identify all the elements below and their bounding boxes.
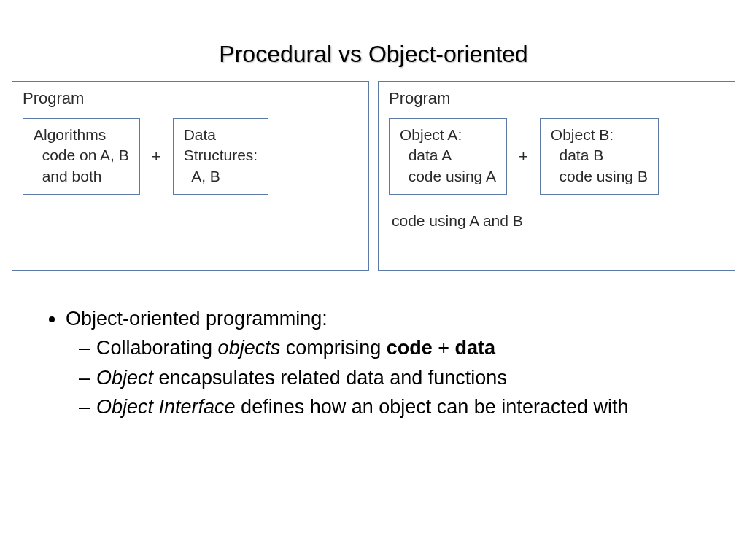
slide-title: Procedural vs Object-oriented	[0, 0, 747, 81]
text: comprising	[280, 337, 387, 359]
list-item: Object encapsulates related data and fun…	[96, 365, 711, 391]
plus-symbol: +	[514, 147, 533, 166]
list-item: Collaborating objects comprising code + …	[96, 335, 711, 361]
plus-symbol: +	[147, 147, 166, 166]
text: encapsulates related data and functions	[153, 367, 507, 389]
text: +	[433, 337, 455, 359]
list-item: Object-oriented programming: Collaborati…	[66, 306, 711, 421]
object-a-box: Object A: data A code using A	[389, 118, 507, 195]
panel-label: Program	[389, 89, 724, 108]
bullet-top-text: Object-oriented programming:	[66, 308, 328, 330]
text: defines how an object can be interacted …	[236, 396, 629, 418]
data-structures-box: Data Structures: A, B	[173, 118, 269, 195]
text-italic: Object Interface	[96, 396, 236, 418]
text-bold: data	[455, 337, 496, 359]
panel-inner-row: Algorithms code on A, B and both + Data …	[23, 118, 358, 195]
oo-panel: Program Object A: data A code using A + …	[378, 81, 735, 271]
text-italic: objects	[218, 337, 281, 359]
panel-footer-text: code using A and B	[392, 212, 724, 230]
text: Collaborating	[96, 337, 218, 359]
text-italic: Object	[96, 367, 153, 389]
bullet-list: Object-oriented programming: Collaborati…	[0, 271, 747, 421]
panel-label: Program	[23, 89, 358, 108]
list-item: Object Interface defines how an object c…	[96, 394, 711, 420]
procedural-panel: Program Algorithms code on A, B and both…	[12, 81, 369, 271]
algorithms-box: Algorithms code on A, B and both	[23, 118, 140, 195]
text-bold: code	[387, 337, 433, 359]
diagram-row: Program Algorithms code on A, B and both…	[0, 81, 747, 271]
panel-inner-row: Object A: data A code using A + Object B…	[389, 118, 724, 195]
object-b-box: Object B: data B code using B	[540, 118, 659, 195]
